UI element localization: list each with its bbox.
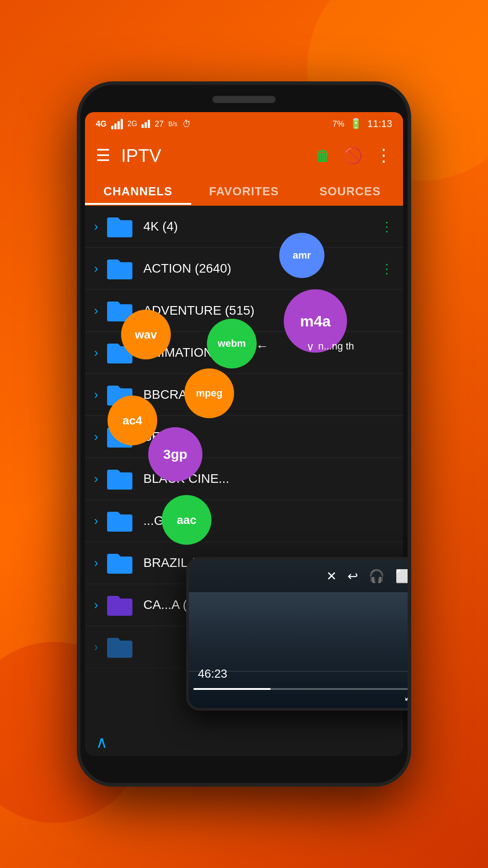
chevron-right-icon: › xyxy=(94,303,98,318)
chevron-right-icon: › xyxy=(94,219,98,234)
video-progress-bar[interactable] xyxy=(193,688,411,690)
tab-bar: CHANNELS FAVORITES SOURCES xyxy=(85,175,403,206)
chevron-right-icon: › xyxy=(94,261,98,276)
more-button[interactable]: ⋮ xyxy=(375,146,392,165)
audio-button[interactable]: 🎧 xyxy=(369,569,385,584)
rotate-video-button[interactable]: ↩ xyxy=(347,569,358,584)
badge-ac4: ac4 xyxy=(108,396,157,445)
chevron-right-icon: › xyxy=(94,429,98,444)
tab-channels[interactable]: CHANNELS xyxy=(85,175,191,205)
battery-level: 7% xyxy=(333,119,344,129)
app-title: IPTV xyxy=(121,146,315,166)
badge-aac: aac xyxy=(162,495,211,545)
bar6 xyxy=(145,122,147,128)
badge-webm: webm xyxy=(207,319,257,368)
folder-icon xyxy=(105,214,134,239)
chevron-right-icon: › xyxy=(94,345,98,360)
channel-name: 4K (4) xyxy=(143,219,380,234)
signal-bars-2 xyxy=(141,120,150,128)
hamburger-button[interactable]: ☰ xyxy=(96,146,110,165)
status-right: 7% 🔋 11:13 xyxy=(333,118,392,130)
eye-button[interactable]: 🚫 xyxy=(343,146,362,165)
dropdown-text: n...ng th xyxy=(318,340,354,352)
badge-3gp: 3gp xyxy=(148,427,202,481)
app-bar: ☰ IPTV 🗑 🚫 ⋮ xyxy=(85,136,403,175)
badge-wav: wav xyxy=(121,310,171,359)
status-bar: 4G 2G 27 B/s ⏱ 7% 🔋 xyxy=(85,112,403,136)
bottom-bar: ∧ xyxy=(85,729,403,756)
folder-icon xyxy=(105,466,134,491)
channel-more-icon[interactable]: ⋮ xyxy=(380,261,394,276)
dropdown-chevron: ∨ xyxy=(306,340,314,353)
channel-name: ADVENTURE (515) xyxy=(143,303,394,318)
video-resize-button[interactable]: ⤢ xyxy=(404,689,411,704)
tab-sources[interactable]: SOURCES xyxy=(297,175,403,205)
badge-amr: amr xyxy=(279,233,324,278)
folder-icon xyxy=(105,592,134,618)
channel-item-action[interactable]: › ACTION (2640) ⋮ xyxy=(85,248,403,290)
tab-favorites[interactable]: FAVORITES xyxy=(191,175,297,205)
folder-icon xyxy=(105,550,134,576)
bar3 xyxy=(117,121,120,129)
chevron-right-icon: › xyxy=(94,598,98,612)
delete-button[interactable]: 🗑 xyxy=(315,147,331,165)
chevron-right-icon: › xyxy=(94,640,98,654)
bar7 xyxy=(148,120,150,128)
channel-name: ANIMATION (445) xyxy=(143,345,394,360)
close-video-button[interactable]: ✕ xyxy=(326,569,337,584)
bar2 xyxy=(114,123,117,129)
bar1 xyxy=(111,126,113,129)
chevron-right-icon: › xyxy=(94,472,98,486)
chevron-right-icon: › xyxy=(94,556,98,570)
video-preview: ✕ ↩ 🎧 ⬜ 46:23 ⤢ xyxy=(189,560,411,708)
chevron-right-icon: › xyxy=(94,387,98,402)
up-arrow-button[interactable]: ∧ xyxy=(96,733,108,752)
clock-time: 11:13 xyxy=(367,118,392,130)
phone-device: 4G 2G 27 B/s ⏱ 7% 🔋 xyxy=(77,81,411,787)
channel-name: ACTION (2640) xyxy=(143,261,380,276)
top-actions: 🗑 🚫 ⋮ xyxy=(315,146,392,165)
video-toolbar: ✕ ↩ 🎧 ⬜ xyxy=(189,560,411,592)
chevron-right-icon: › xyxy=(94,514,98,528)
data-unit: B/s xyxy=(168,120,177,127)
battery-icon: 🔋 xyxy=(350,118,362,130)
network-2g: 2G xyxy=(127,120,137,128)
folder-icon xyxy=(105,634,134,660)
network-indicator: 4G xyxy=(96,119,107,129)
folder-icon xyxy=(105,508,134,533)
clock-icon: ⏱ xyxy=(182,119,191,129)
second-phone: ✕ ↩ 🎧 ⬜ 46:23 ⤢ xyxy=(186,557,411,711)
bar4 xyxy=(121,119,123,129)
video-progress-fill xyxy=(193,688,271,690)
channel-more-icon[interactable]: ⋮ xyxy=(380,219,394,234)
channel-item-4k[interactable]: › 4K (4) ⋮ xyxy=(85,206,403,248)
channel-item-g-re[interactable]: › ...G RE... xyxy=(85,500,403,542)
badge-mpeg: mpeg xyxy=(184,368,234,418)
folder-icon xyxy=(105,256,134,281)
status-left: 4G 2G 27 B/s ⏱ xyxy=(96,119,191,129)
channel-name: BBCRADIO (... xyxy=(143,387,394,402)
data-speed: 27 xyxy=(155,119,164,129)
bar5 xyxy=(141,124,144,128)
webm-arrow: ← xyxy=(256,339,268,354)
channel-item-blackcinema[interactable]: › BLACK CINE... xyxy=(85,458,403,500)
fullscreen-button[interactable]: ⬜ xyxy=(395,569,411,584)
phone-speaker xyxy=(212,96,276,103)
video-timestamp: 46:23 xyxy=(198,667,227,681)
signal-bars-1 xyxy=(111,119,123,129)
